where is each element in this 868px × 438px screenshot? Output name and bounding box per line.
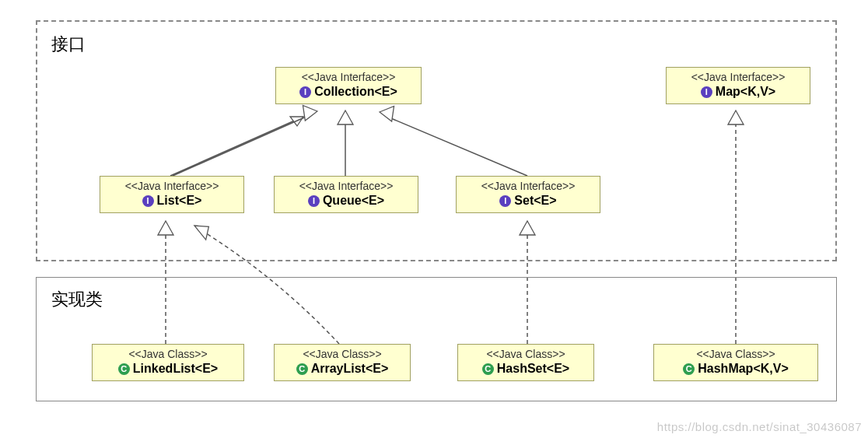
- node-name: Set<E>: [514, 194, 556, 208]
- node-map: <<Java Interface>> I Map<K,V>: [666, 67, 810, 104]
- node-hashmap: <<Java Class>> C HashMap<K,V>: [653, 344, 818, 381]
- group-classes: [36, 277, 837, 401]
- interface-icon: I: [142, 195, 154, 207]
- stereotype: <<Java Interface>>: [282, 71, 415, 83]
- class-icon: C: [683, 363, 695, 375]
- interface-icon: I: [499, 195, 511, 207]
- group-classes-label: 实现类: [51, 288, 103, 311]
- node-linkedlist: <<Java Class>> C LinkedList<E>: [92, 344, 244, 381]
- watermark: https://blog.csdn.net/sinat_30436087: [657, 420, 862, 433]
- node-name: HashSet<E>: [497, 362, 569, 376]
- stereotype: <<Java Interface>>: [673, 71, 803, 83]
- interface-icon: I: [308, 195, 320, 207]
- node-name: Collection<E>: [314, 85, 397, 99]
- stereotype: <<Java Interface>>: [463, 180, 593, 192]
- uml-diagram: 接口 实现类 <<Java Interface>> I Collection<E…: [0, 0, 868, 438]
- node-queue: <<Java Interface>> I Queue<E>: [274, 176, 418, 213]
- node-set: <<Java Interface>> I Set<E>: [456, 176, 600, 213]
- stereotype: <<Java Class>>: [660, 348, 811, 360]
- stereotype: <<Java Interface>>: [281, 180, 411, 192]
- stereotype: <<Java Class>>: [99, 348, 237, 360]
- node-name: Queue<E>: [323, 194, 384, 208]
- interface-icon: I: [701, 86, 712, 98]
- node-name: Map<K,V>: [716, 85, 775, 99]
- node-name: ArrayList<E>: [311, 362, 389, 376]
- node-name: List<E>: [157, 194, 202, 208]
- group-interfaces: [36, 20, 837, 261]
- group-interfaces-label: 接口: [51, 33, 86, 56]
- node-collection: <<Java Interface>> I Collection<E>: [275, 67, 422, 104]
- node-hashset: <<Java Class>> C HashSet<E>: [457, 344, 594, 381]
- class-icon: C: [296, 363, 308, 375]
- class-icon: C: [482, 363, 494, 375]
- node-list: <<Java Interface>> I List<E>: [100, 176, 244, 213]
- node-arraylist: <<Java Class>> C ArrayList<E>: [274, 344, 411, 381]
- node-name: HashMap<K,V>: [698, 362, 788, 376]
- class-icon: C: [118, 363, 130, 375]
- node-name: LinkedList<E>: [133, 362, 218, 376]
- stereotype: <<Java Class>>: [464, 348, 587, 360]
- stereotype: <<Java Class>>: [281, 348, 404, 360]
- interface-icon: I: [299, 86, 311, 98]
- stereotype: <<Java Interface>>: [107, 180, 237, 192]
